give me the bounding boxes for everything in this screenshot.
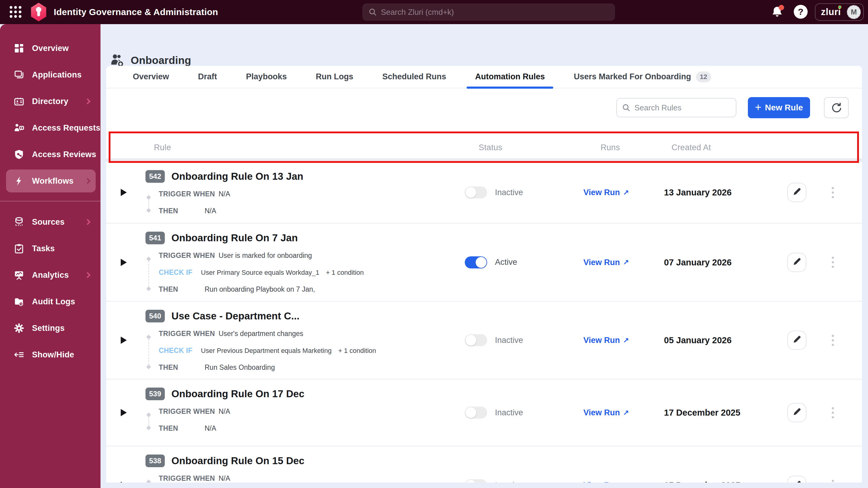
global-search-input[interactable] xyxy=(381,7,609,17)
zluri-logo-dot xyxy=(838,5,841,9)
status-toggle[interactable] xyxy=(465,479,487,483)
tab-playbooks[interactable]: Playbooks xyxy=(246,66,287,88)
sidebar-item-label: Tasks xyxy=(32,244,55,253)
column-header-created[interactable]: Created At xyxy=(672,143,711,152)
column-header-runs[interactable]: Runs xyxy=(600,143,620,152)
expand-row-icon[interactable] xyxy=(121,409,127,416)
status-toggle[interactable] xyxy=(465,334,487,346)
notifications-bell-icon[interactable] xyxy=(770,5,785,19)
condition-count: + 1 condition xyxy=(338,347,376,354)
sidebar-item-applications[interactable]: Applications xyxy=(0,62,100,88)
tab-draft[interactable]: Draft xyxy=(198,66,217,88)
sidebar-item-audit-logs[interactable]: Audit Logs xyxy=(0,288,100,315)
rule-row-542: 542Onboarding Rule On 13 JanTRIGGER WHEN… xyxy=(106,162,862,224)
trigger-line: TRIGGER WHENN/A xyxy=(159,472,447,483)
rule-title[interactable]: Use Case - Department C... xyxy=(172,311,300,322)
sidebar-item-settings[interactable]: Settings xyxy=(0,315,100,341)
rule-title[interactable]: Onboarding Rule On 7 Jan xyxy=(172,232,298,244)
gear-icon xyxy=(13,322,25,334)
tab-label: Automation Rules xyxy=(475,72,545,82)
rule-title[interactable]: Onboarding Rule On 13 Jan xyxy=(172,171,303,182)
new-rule-button[interactable]: + New Rule xyxy=(748,97,810,118)
external-link-arrow-icon: ↗ xyxy=(623,188,629,197)
row-more-options-kebab[interactable] xyxy=(828,253,837,272)
trigger-label: TRIGGER WHEN xyxy=(159,252,215,259)
app-title: Identity Governance & Administration xyxy=(54,7,218,17)
tab-overview[interactable]: Overview xyxy=(133,66,169,88)
rule-title[interactable]: Onboarding Rule On 17 Dec xyxy=(172,388,305,400)
refresh-button[interactable] xyxy=(824,97,849,118)
sidebar-item-tasks[interactable]: Tasks xyxy=(0,235,100,262)
expand-row-icon[interactable] xyxy=(121,482,127,483)
edit-rule-button[interactable] xyxy=(787,476,806,483)
app-grid-icon[interactable] xyxy=(8,4,24,20)
status-toggle[interactable] xyxy=(465,256,487,268)
row-more-options-kebab[interactable] xyxy=(828,331,837,350)
trigger-line: TRIGGER WHENN/A xyxy=(159,405,447,418)
edit-rule-button[interactable] xyxy=(787,331,806,350)
column-header-rule[interactable]: Rule xyxy=(154,143,171,152)
sidebar-item-overview[interactable]: Overview xyxy=(0,35,100,62)
rule-row-539: 539Onboarding Rule On 17 DecTRIGGER WHEN… xyxy=(106,380,862,446)
sidebar-item-sources[interactable]: Sources xyxy=(0,209,100,235)
view-run-link[interactable]: View Run↗ xyxy=(583,481,629,483)
external-link-arrow-icon: ↗ xyxy=(623,481,629,483)
tab-users-marked-for-onboarding[interactable]: Users Marked For Onboarding12 xyxy=(574,66,711,88)
pencil-icon xyxy=(792,480,802,483)
tab-automation-rules[interactable]: Automation Rules xyxy=(475,66,545,88)
then-line: THENRun onboarding Playbook on 7 Jan, xyxy=(159,283,447,296)
edit-rule-button[interactable] xyxy=(787,403,806,422)
status-toggle[interactable] xyxy=(465,406,487,419)
trigger-label: TRIGGER WHEN xyxy=(159,330,215,337)
sidebar-item-directory[interactable]: Directory xyxy=(0,88,100,115)
view-run-link[interactable]: View Run↗ xyxy=(583,336,629,345)
created-at-value: 13 January 2026 xyxy=(664,188,732,198)
flow-connector-line xyxy=(149,417,149,426)
pencil-icon xyxy=(792,334,802,346)
view-run-label: View Run xyxy=(583,408,620,417)
tab-run-logs[interactable]: Run Logs xyxy=(316,66,353,88)
sidebar-item-label: Show/Hide xyxy=(32,350,74,359)
external-link-arrow-icon: ↗ xyxy=(623,336,629,345)
rule-row-538: 538Onboarding Rule On 15 DecTRIGGER WHEN… xyxy=(106,446,862,483)
search-rules-input[interactable] xyxy=(634,103,731,112)
sidebar: OverviewApplicationsDirectoryAccess Requ… xyxy=(0,24,100,488)
help-icon[interactable]: ? xyxy=(794,5,808,19)
view-run-link[interactable]: View Run↗ xyxy=(583,408,629,417)
expand-row-icon[interactable] xyxy=(121,336,127,344)
check-line: CHECK IFUser Previous Department equals … xyxy=(159,344,447,357)
org-switcher[interactable]: zluri M xyxy=(815,3,864,21)
tab-scheduled-runs[interactable]: Scheduled Runs xyxy=(382,66,446,88)
expand-row-icon[interactable] xyxy=(121,189,127,196)
rules-card: OverviewDraftPlaybooksRun LogsScheduled … xyxy=(106,66,862,483)
rule-id-badge: 538 xyxy=(146,455,165,467)
edit-rule-button[interactable] xyxy=(787,253,806,272)
chevron-right-icon xyxy=(85,98,91,104)
expand-row-icon[interactable] xyxy=(121,259,127,266)
sidebar-item-workflows[interactable]: Workflows xyxy=(0,168,100,194)
view-run-link[interactable]: View Run↗ xyxy=(583,188,629,197)
then-value: Run Sales Onboarding xyxy=(205,363,275,371)
search-rules[interactable] xyxy=(616,98,736,117)
sidebar-item-analytics[interactable]: Analytics xyxy=(0,262,100,288)
sidebar-item-access-reviews[interactable]: Access Reviews xyxy=(0,141,100,168)
avatar[interactable]: M xyxy=(847,5,861,19)
then-line: THENN/A xyxy=(159,422,447,435)
sidebar-item-show-hide[interactable]: Show/Hide xyxy=(0,341,100,368)
view-run-link[interactable]: View Run↗ xyxy=(583,258,629,267)
pencil-icon xyxy=(792,187,802,198)
created-at-value: 17 December 2025 xyxy=(664,408,740,418)
chevron-right-icon xyxy=(85,178,91,184)
onboarding-users-icon xyxy=(110,53,125,68)
edit-rule-button[interactable] xyxy=(787,183,806,202)
column-header-status[interactable]: Status xyxy=(479,143,502,152)
row-more-options-kebab[interactable] xyxy=(828,476,837,483)
global-search[interactable] xyxy=(363,4,615,21)
view-run-label: View Run xyxy=(583,336,620,345)
row-more-options-kebab[interactable] xyxy=(828,183,837,202)
row-more-options-kebab[interactable] xyxy=(828,403,837,422)
rule-title[interactable]: Onboarding Rule On 15 Dec xyxy=(172,455,305,466)
sidebar-item-label: Access Requests xyxy=(32,123,100,133)
sidebar-item-access-requests[interactable]: Access Requests xyxy=(0,115,100,141)
status-toggle[interactable] xyxy=(465,186,487,198)
